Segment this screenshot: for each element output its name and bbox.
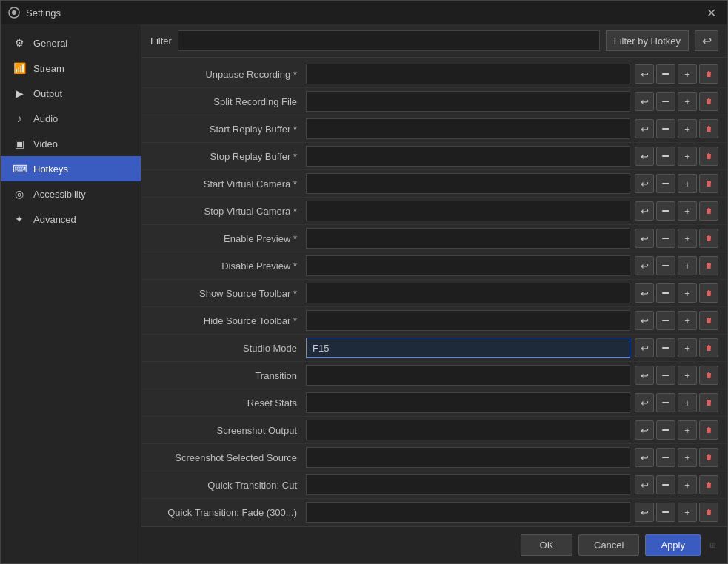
filter-input[interactable] (178, 30, 600, 51)
hotkey-delete-button[interactable] (699, 92, 718, 111)
hotkey-add-button[interactable]: + (678, 92, 697, 111)
hotkey-delete-button[interactable] (699, 256, 718, 275)
hotkey-input[interactable] (306, 338, 630, 358)
hotkey-input[interactable] (306, 201, 630, 221)
hotkey-clear-button[interactable] (656, 64, 675, 84)
hotkey-add-button[interactable]: + (678, 147, 697, 166)
hotkey-clear-button[interactable] (656, 283, 675, 303)
hotkey-delete-button[interactable] (699, 420, 718, 440)
hotkey-clear-button[interactable] (656, 119, 675, 138)
hotkey-add-button[interactable]: + (678, 311, 697, 330)
hotkey-add-button[interactable]: + (678, 201, 697, 221)
sidebar-item-video[interactable]: ▣Video (1, 131, 141, 156)
hotkey-add-button[interactable]: + (678, 448, 697, 467)
hotkey-undo-button[interactable]: ↩ (635, 393, 654, 412)
hotkey-clear-button[interactable] (656, 256, 675, 275)
hotkey-undo-button[interactable]: ↩ (635, 503, 654, 522)
hotkey-clear-button[interactable] (656, 338, 675, 357)
hotkey-undo-button[interactable]: ↩ (635, 311, 654, 330)
hotkey-undo-button[interactable]: ↩ (635, 147, 654, 166)
apply-button[interactable]: Apply (645, 534, 701, 556)
hotkey-input[interactable] (306, 365, 630, 386)
hotkey-clear-button[interactable] (656, 448, 675, 467)
sidebar-item-accessibility[interactable]: ◎Accessibility (1, 181, 141, 207)
hotkey-add-button[interactable]: + (678, 420, 697, 440)
hotkey-clear-button[interactable] (656, 174, 675, 193)
hotkey-undo-button[interactable]: ↩ (635, 92, 654, 111)
hotkey-undo-button[interactable]: ↩ (635, 119, 654, 138)
hotkey-clear-button[interactable] (656, 475, 675, 494)
hotkey-add-button[interactable]: + (678, 283, 697, 303)
hotkey-input[interactable] (306, 146, 630, 167)
hotkey-delete-button[interactable] (699, 64, 718, 84)
hotkey-add-button[interactable]: + (678, 119, 697, 138)
hotkey-undo-button[interactable]: ↩ (635, 420, 654, 440)
hotkey-input[interactable] (306, 474, 630, 495)
hotkey-input[interactable] (306, 173, 630, 194)
hotkey-undo-button[interactable]: ↩ (635, 229, 654, 248)
hotkey-add-button[interactable]: + (678, 366, 697, 385)
hotkey-delete-button[interactable] (699, 147, 718, 166)
hotkey-add-button[interactable]: + (678, 64, 697, 84)
hotkey-undo-button[interactable]: ↩ (635, 256, 654, 275)
hotkey-delete-button[interactable] (699, 393, 718, 412)
hotkey-delete-button[interactable] (699, 229, 718, 248)
hotkey-undo-button[interactable]: ↩ (635, 283, 654, 303)
hotkey-clear-button[interactable] (656, 420, 675, 440)
hotkey-clear-button[interactable] (656, 201, 675, 221)
hotkey-delete-button[interactable] (699, 503, 718, 522)
hotkey-add-button[interactable]: + (678, 174, 697, 193)
hotkey-delete-button[interactable] (699, 201, 718, 221)
filter-by-hotkey-button[interactable]: Filter by Hotkey (606, 30, 689, 51)
hotkey-clear-button[interactable] (656, 366, 675, 385)
hotkey-delete-button[interactable] (699, 311, 718, 330)
hotkey-delete-button[interactable] (699, 338, 718, 357)
hotkey-delete-button[interactable] (699, 448, 718, 467)
cancel-button[interactable]: Cancel (578, 534, 639, 556)
hotkey-clear-button[interactable] (656, 311, 675, 330)
hotkey-clear-button[interactable] (656, 92, 675, 111)
hotkey-add-button[interactable]: + (678, 503, 697, 522)
hotkey-undo-button[interactable]: ↩ (635, 174, 654, 193)
hotkey-undo-button[interactable]: ↩ (635, 475, 654, 494)
hotkey-clear-button[interactable] (656, 229, 675, 248)
hotkey-input[interactable] (306, 310, 630, 331)
sidebar-item-advanced[interactable]: ✦Advanced (1, 207, 141, 232)
hotkey-delete-button[interactable] (699, 174, 718, 193)
hotkey-clear-button[interactable] (656, 503, 675, 522)
hotkey-input[interactable] (306, 228, 630, 249)
hotkey-undo-button[interactable]: ↩ (635, 201, 654, 221)
hotkey-input[interactable] (306, 91, 630, 112)
close-button[interactable]: ✕ (702, 4, 720, 21)
hotkey-add-button[interactable]: + (678, 475, 697, 494)
hotkey-undo-button[interactable]: ↩ (635, 338, 654, 357)
hotkey-input[interactable] (306, 447, 630, 468)
hotkey-input[interactable] (306, 420, 630, 440)
hotkey-add-button[interactable]: + (678, 338, 697, 357)
filter-back-button[interactable]: ↩ (695, 30, 718, 51)
hotkey-delete-button[interactable] (699, 366, 718, 385)
hotkey-input[interactable] (306, 64, 630, 84)
hotkey-input[interactable] (306, 502, 630, 523)
hotkey-delete-button[interactable] (699, 475, 718, 494)
hotkey-add-button[interactable]: + (678, 393, 697, 412)
hotkey-delete-button[interactable] (699, 119, 718, 138)
hotkey-undo-button[interactable]: ↩ (635, 64, 654, 84)
hotkey-delete-button[interactable] (699, 283, 718, 303)
hotkey-input[interactable] (306, 392, 630, 413)
hotkey-add-button[interactable]: + (678, 229, 697, 248)
hotkey-input[interactable] (306, 118, 630, 139)
sidebar-item-hotkeys[interactable]: ⌨Hotkeys (1, 156, 141, 181)
hotkey-add-button[interactable]: + (678, 256, 697, 275)
sidebar-item-output[interactable]: ▶Output (1, 81, 141, 106)
sidebar-item-stream[interactable]: 📶Stream (1, 56, 141, 81)
ok-button[interactable]: OK (521, 534, 572, 556)
hotkey-clear-button[interactable] (656, 393, 675, 412)
hotkey-input[interactable] (306, 255, 630, 276)
hotkey-undo-button[interactable]: ↩ (635, 366, 654, 385)
hotkey-input[interactable] (306, 283, 630, 303)
hotkey-undo-button[interactable]: ↩ (635, 448, 654, 467)
sidebar-item-general[interactable]: ⚙General (1, 30, 141, 56)
hotkey-clear-button[interactable] (656, 147, 675, 166)
sidebar-item-audio[interactable]: ♪Audio (1, 106, 141, 131)
